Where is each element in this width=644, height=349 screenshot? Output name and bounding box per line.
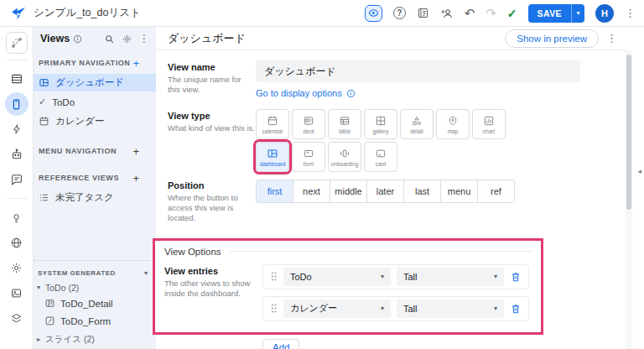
panel-collapse-arrow-icon[interactable]: ◂ [637,167,641,175]
view-type-chart[interactable]: chart [472,109,506,139]
add-menu-view-button[interactable]: + [132,145,139,158]
position-segmented-control: first next middle later last menu ref [256,180,626,203]
form-edit-icon [44,315,55,326]
sidebar-item-todo[interactable]: ✓ ToDo [34,93,156,111]
display-options-link-label[interactable]: Go to display options [256,88,342,98]
position-option-middle[interactable]: middle [330,180,367,203]
view-type-onboarding[interactable]: onboarding [328,142,361,172]
view-type-table[interactable]: table [328,109,361,139]
map-type-icon [447,115,459,127]
search-icon[interactable] [104,34,115,44]
view-type-calendar[interactable]: calendar [256,109,289,139]
save-button[interactable]: SAVE ▾ [528,4,584,23]
form-type-icon [303,148,314,159]
show-in-preview-button[interactable]: Show in preview [505,29,599,48]
chevron-down-icon[interactable]: ▾ [144,269,148,277]
view-type-form[interactable]: form [292,142,325,172]
info-icon[interactable] [73,34,82,44]
undo-icon[interactable]: ↶ [465,7,475,19]
share-add-user-icon[interactable] [440,7,454,20]
chevron-down-icon: ▾ [381,305,384,312]
sidebar-item-incomplete-tasks[interactable]: 未完了タスク [34,189,156,206]
app-views-icon[interactable] [5,92,29,116]
view-type-map[interactable]: map [436,109,470,139]
sidebar-item-todo-detail[interactable]: ToDo_Detail [34,294,156,312]
view-title: ダッシュボード [168,31,246,46]
sidebar-item-label: ToDo_Form [60,316,111,326]
main-content: ダッシュボード Show in preview ⋮ View name The … [156,27,626,349]
help-icon[interactable]: ? [393,7,406,19]
automation-bolt-icon[interactable] [5,117,29,141]
position-desc: Where the button to access this view is … [168,193,256,223]
view-type-detail[interactable]: detail [400,109,434,139]
versions-layers-icon[interactable] [5,306,29,330]
add-entry-button[interactable]: Add [262,339,299,349]
panel-more-menu-icon[interactable]: ⋮ [139,33,149,44]
chart-type-icon [483,115,495,127]
sidebar-item-label: ToDo [52,97,75,107]
system-group-slices[interactable]: ▸ スライス (2) [34,332,156,346]
chat-feedback-icon[interactable] [5,168,29,191]
position-option-ref[interactable]: ref [477,180,515,203]
save-dropdown-arrow-icon[interactable]: ▾ [571,4,584,23]
sidebar-item-todo-form[interactable]: ToDo_Form [34,312,156,330]
entry-view-select[interactable]: カレンダー▾ [283,300,391,318]
detail-type-icon [411,115,423,127]
main-scrollbar-thumb[interactable] [626,55,631,210]
settings-gear-icon[interactable] [5,256,29,279]
caret-down-icon[interactable]: ▾ [37,284,43,291]
data-tables-icon[interactable] [5,67,29,91]
drag-handle-icon[interactable] [270,271,278,282]
dashboard-view-icon [39,77,49,88]
topbar-more-menu-icon[interactable]: ⋮ [625,7,636,19]
view-type-card[interactable]: card [364,142,397,172]
entry-view-select[interactable]: ToDo▾ [283,268,391,286]
bot-icon[interactable] [5,143,29,166]
view-type-row: View type What kind of view this is. cal… [156,109,626,172]
view-name-input[interactable] [256,60,580,82]
chevron-down-icon: ▾ [494,305,497,312]
view-type-gallery[interactable]: gallery [364,109,397,139]
idea-lightbulb-icon[interactable] [5,206,29,229]
panel-gear-icon[interactable] [122,34,132,44]
system-generated-header[interactable]: SYSTEM GENERATED ▾ [34,265,156,280]
view-type-dashboard[interactable]: dashboard [256,142,289,172]
data-connections-icon[interactable] [6,32,28,54]
view-more-menu-icon[interactable]: ⋮ [606,32,617,44]
go-to-display-options-link[interactable]: Go to display options [256,88,626,98]
view-entries-desc: The other views to show inside the dashb… [164,279,256,299]
sidebar-item-label: カレンダー [55,115,105,128]
delete-entry-icon[interactable] [510,303,522,315]
rail-divider [7,198,27,199]
reference-views-label: REFERENCE VIEWS [39,174,119,182]
left-icon-rail [0,27,34,349]
sidebar-item-calendar[interactable]: カレンダー [34,112,156,130]
add-primary-view-button[interactable]: + [132,57,139,70]
entry-size-select[interactable]: Tall▾ [397,300,504,318]
sidebar-item-label: 未完了タスク [55,191,114,204]
delete-entry-icon[interactable] [510,271,522,283]
caret-right-icon[interactable]: ▸ [37,336,43,343]
position-option-later[interactable]: later [366,180,404,203]
system-group-todo[interactable]: ▾ ToDo (2) [34,280,156,294]
whats-new-icon[interactable] [417,7,429,19]
entry-size-select[interactable]: Tall▾ [397,268,504,286]
user-avatar[interactable]: H [595,4,614,23]
main-scrollbar-track[interactable] [626,50,632,349]
top-bar: シンプル_to_doリスト ? ↶ ↷ ✓ SAVE ▾ H ⋮ [0,0,644,27]
position-option-first[interactable]: first [256,180,293,203]
media-image-icon[interactable] [5,281,29,305]
system-group-label: スライス (2) [45,334,95,346]
save-button-label[interactable]: SAVE [528,4,571,23]
drag-handle-icon[interactable] [270,303,278,314]
position-option-last[interactable]: last [403,180,441,203]
position-option-menu[interactable]: menu [440,180,478,203]
position-option-next[interactable]: next [293,180,330,203]
add-reference-view-button[interactable]: + [132,172,139,185]
globe-icon[interactable] [5,231,29,254]
view-type-deck[interactable]: deck [292,109,325,139]
sidebar-item-dashboard[interactable]: ダッシュボード [34,74,156,91]
preview-toggle-icon[interactable] [365,5,382,22]
check-view-icon: ✓ [39,96,46,107]
views-panel: Views ⋮ PRIMARY NAVIGATION + ダッシュボード ✓ T… [34,27,156,349]
